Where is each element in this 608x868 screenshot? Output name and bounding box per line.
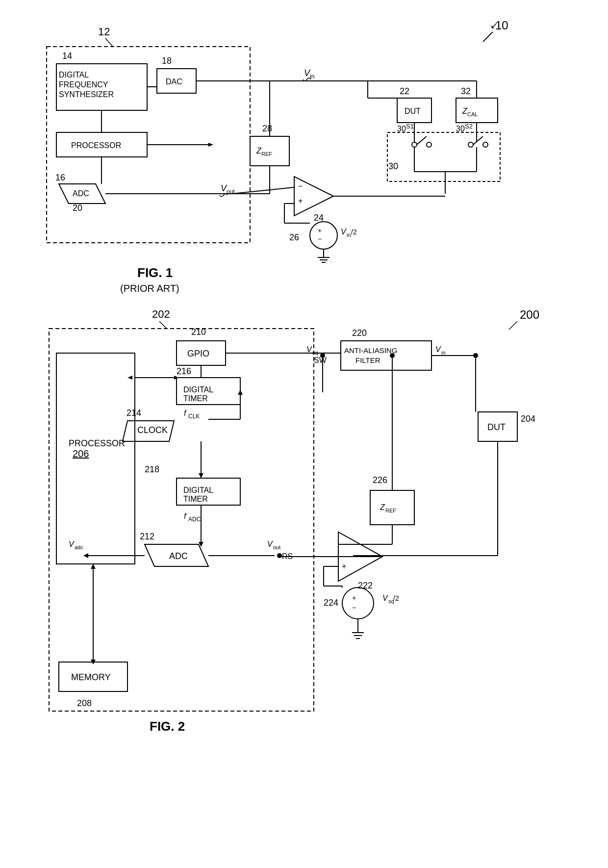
fig2-box-label: 202: [152, 308, 170, 320]
fig2-adc-id: 212: [140, 532, 154, 541]
fig1-dfs-id: 14: [62, 51, 72, 61]
fig2-clock-id: 214: [127, 408, 141, 418]
fig2-dt2-id: 218: [145, 464, 159, 474]
fig1-adc-label: ADC: [73, 189, 89, 198]
fig2-label: 200: [520, 308, 539, 321]
svg-marker-48: [83, 553, 88, 558]
fig2-aaf-block: [341, 341, 431, 370]
svg-point-7: [412, 142, 417, 147]
fig2-vsrc-id: 224: [324, 598, 338, 608]
svg-line-37: [159, 321, 167, 329]
fig2-aaf-label1: ANTI-ALIASING: [344, 346, 397, 355]
fig1-vin2-label: V: [341, 228, 347, 236]
fig2-dt1-label2: TIMER: [183, 394, 208, 403]
fig2-vin-sub: in: [441, 350, 446, 356]
fig2-memory-label: MEMORY: [71, 672, 111, 682]
fig2-clock-label: CLOCK: [137, 425, 168, 435]
fig2-dt2-label1: DIGITAL: [183, 486, 213, 494]
fig2-vout-label: V: [267, 540, 273, 548]
fig2-fadc-sub: ADC: [188, 516, 201, 523]
fig1-title: FIG. 1: [137, 265, 173, 280]
svg-line-11: [473, 136, 483, 145]
fig1-processor-label: PROCESSOR: [71, 141, 121, 150]
fig1-minus: −: [298, 182, 303, 190]
fig1-s2-label: 30: [456, 125, 465, 133]
fig1-vin2-div: /2: [351, 228, 357, 236]
fig1-vsrc-id: 26: [289, 232, 299, 242]
fig2-dt1-id: 216: [177, 366, 191, 376]
fig1-zref-sub: REF: [261, 151, 272, 157]
fig1-opamp-id2: 24: [314, 213, 324, 223]
fig1-dfs-label2: FREQUENCY: [59, 80, 108, 89]
svg-marker-42: [127, 376, 132, 380]
fig2-dut-label: DUT: [487, 422, 506, 432]
fig1-dfs-label3: SYNTHESIZER: [59, 90, 114, 99]
svg-text:↙: ↙: [490, 21, 498, 30]
fig2-vadc-sub: adc: [75, 544, 83, 550]
fig1-s-id: 30: [388, 161, 398, 171]
fig1-plus: +: [298, 197, 303, 205]
fig1-s1-sub: S1: [406, 123, 414, 130]
fig2-aaf-label2: FILTER: [355, 356, 380, 364]
svg-line-0: [483, 32, 493, 42]
fig2-vsq-label: V: [306, 345, 312, 354]
fig2-vsrc-plus: +: [352, 594, 356, 602]
fig2-dt1-label1: DIGITAL: [183, 385, 213, 394]
fig1-box-label: 12: [98, 26, 110, 38]
fig2-dut-id: 204: [521, 414, 535, 424]
fig2-processor-label: PROCESSOR: [69, 438, 125, 448]
fig1-s2-sub: S2: [465, 123, 473, 130]
fig1-vsrc-minus: −: [318, 235, 322, 243]
fig2-zref-sub: REF: [385, 508, 396, 513]
fig2-adc-label: ADC: [169, 551, 188, 561]
fig2-vsq2-div: /2: [393, 594, 399, 602]
svg-marker-35: [208, 143, 213, 147]
fig1-dut-label: DUT: [405, 107, 421, 115]
fig1-dac-id: 18: [162, 56, 172, 66]
fig2-dt2-label2: TIMER: [183, 495, 208, 503]
svg-point-10: [468, 142, 473, 147]
fig2-zref-id: 226: [373, 475, 387, 485]
fig1-zcal-sub: CAL: [467, 111, 478, 117]
fig1-vsrc-plus: +: [318, 227, 322, 234]
fig2-fclk-label: f: [184, 409, 187, 417]
fig2-gpio-label: GPIO: [187, 349, 209, 358]
fig2-title: FIG. 2: [150, 719, 185, 734]
fig2-vsrc: [342, 587, 374, 619]
fig2-vsq2-label: V: [382, 594, 388, 602]
svg-point-9: [427, 142, 431, 147]
fig2-vsrc-minus: −: [352, 604, 356, 612]
fig2-vin-label: V: [435, 345, 441, 354]
fig1-vin2-sub: in: [347, 232, 351, 238]
fig1-dac-label: DAC: [166, 77, 182, 86]
fig1-zcal-id: 32: [461, 86, 471, 96]
fig1-zref-id: 28: [262, 124, 272, 133]
fig2-gpio-id: 210: [191, 327, 206, 337]
fig2-vadc-label: V: [69, 540, 75, 548]
fig2-processor-block: [56, 353, 135, 564]
svg-marker-46: [199, 473, 203, 478]
fig1-vsrc: [310, 222, 337, 249]
fig2-memory-id: 208: [77, 698, 92, 708]
svg-line-2: [105, 38, 113, 47]
fig2-vout-sub: out: [273, 544, 280, 550]
fig2-plus: +: [342, 562, 346, 570]
fig1-dfs-label: DIGITAL: [59, 71, 89, 79]
fig1-adc-id2: 20: [73, 203, 82, 213]
fig2-sw-label: SW: [314, 356, 327, 364]
svg-line-36: [509, 321, 517, 330]
svg-marker-75: [238, 390, 243, 395]
fig2-fclk-sub: CLK: [188, 413, 200, 420]
fig1-switches-box: [387, 132, 500, 181]
fig2-system-box: [49, 329, 314, 711]
fig1-adc-id1: 16: [55, 173, 65, 182]
fig2-zref-label: Z: [380, 503, 385, 511]
fig1-dut-id: 22: [400, 86, 409, 96]
svg-line-8: [417, 136, 427, 145]
fig2-fadc-label: f: [184, 512, 187, 520]
svg-line-19: [233, 187, 294, 194]
diagram-container: 10 ↙ 12 DIGITAL FREQUENCY SYNTHESIZER 14…: [0, 0, 608, 868]
fig2-aaf-id: 220: [352, 328, 367, 338]
fig1-prior-art: (PRIOR ART): [120, 283, 179, 294]
svg-point-12: [483, 142, 488, 147]
